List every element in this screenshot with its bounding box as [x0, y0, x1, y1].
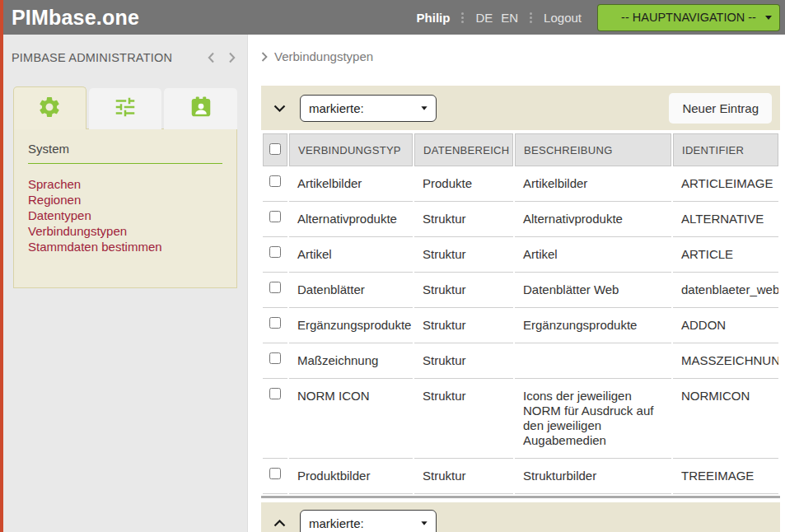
- cell-identifier: MASSZEICHNUNG: [673, 343, 778, 379]
- cell-verbindungstyp: Alternativprodukte: [289, 202, 413, 237]
- table-end-divider: [261, 496, 780, 498]
- page-edge-accent: [0, 0, 3, 532]
- cell-datenbereich: Struktur: [414, 202, 513, 237]
- toolbar-bottom: markierte:: [261, 502, 780, 532]
- bulk-action-value: markierte:: [309, 101, 364, 115]
- row-checkbox[interactable]: [269, 246, 281, 258]
- chevron-down-icon: [765, 16, 772, 20]
- language-en-link[interactable]: EN: [501, 11, 518, 25]
- cell-beschreibung: [515, 343, 671, 379]
- tab-users[interactable]: [164, 88, 237, 129]
- col-header-datenbereich: DATENBEREICH: [414, 133, 513, 166]
- bulk-action-value: markierte:: [309, 516, 364, 530]
- table-row: Produktbilder Struktur Strukturbilder TR…: [263, 459, 778, 494]
- sidebar-title: PIMBASE ADMINISTRATION: [12, 51, 172, 64]
- cell-verbindungstyp: Datenblätter: [289, 273, 413, 308]
- main-content: Verbindungstypen markierte: Neuer Eintra…: [248, 35, 785, 532]
- cell-beschreibung: Ergänzungsprodukte: [515, 308, 671, 343]
- cell-beschreibung: Artikel: [515, 237, 671, 273]
- main-navigation-label: -- HAUPTNAVIGATION --: [621, 11, 756, 24]
- cell-datenbereich: Struktur: [414, 237, 513, 273]
- cell-datenbereich: Struktur: [414, 379, 513, 459]
- cell-identifier: TREEIMAGE: [673, 459, 778, 494]
- table-row: NORM ICON Struktur Icons der jeweiligen …: [263, 379, 778, 459]
- cell-beschreibung: Datenblätter Web: [515, 273, 671, 308]
- row-checkbox[interactable]: [269, 388, 281, 399]
- system-panel: System Sprachen Regionen Datentypen Verb…: [13, 128, 237, 288]
- cell-beschreibung: Strukturbilder: [515, 459, 671, 494]
- table-row: Ergänzungsprodukte Struktur Ergänzungspr…: [263, 308, 778, 343]
- chevron-down-icon: [421, 106, 427, 110]
- sidebar-link-datentypen[interactable]: Datentypen: [28, 208, 222, 223]
- row-checkbox[interactable]: [269, 352, 281, 364]
- table-row: Maßzeichnung Struktur MASSZEICHNUNG: [263, 343, 778, 379]
- sidebar-link-verbindungstypen[interactable]: Verbindungstypen: [28, 223, 222, 239]
- cell-verbindungstyp: Ergänzungsprodukte: [289, 308, 413, 343]
- breadcrumb-chevron-icon: [261, 52, 268, 62]
- user-badge-icon: [189, 95, 213, 123]
- col-header-verbindungstyp: VERBINDUNGSTYP: [289, 133, 413, 166]
- panel-section-title: System: [28, 142, 222, 156]
- gear-icon: [37, 95, 62, 123]
- sidebar-link-sprachen[interactable]: Sprachen: [28, 176, 222, 192]
- col-header-beschreibung: BESCHREIBUNG: [515, 133, 671, 166]
- cell-identifier: ALTERNATIVE: [673, 202, 778, 237]
- toolbar-top: markierte: Neuer Eintrag: [261, 86, 780, 130]
- breadcrumb-current: Verbindungstypen: [274, 49, 373, 63]
- table-row: Datenblätter Struktur Datenblätter Web d…: [263, 273, 778, 308]
- cell-identifier: NORMICON: [673, 379, 778, 459]
- bulk-action-select[interactable]: markierte:: [300, 95, 437, 122]
- cell-verbindungstyp: Artikelbilder: [289, 166, 413, 202]
- verbindungstypen-table: VERBINDUNGSTYP DATENBEREICH BESCHREIBUNG…: [261, 133, 780, 494]
- tune-sliders-icon: [113, 95, 138, 123]
- cell-verbindungstyp: Produktbilder: [289, 459, 413, 494]
- cell-datenbereich: Produkte: [414, 166, 513, 202]
- dots-separator-icon: [529, 12, 533, 23]
- cell-identifier: ADDON: [673, 308, 778, 343]
- language-de-link[interactable]: DE: [475, 11, 493, 25]
- row-checkbox[interactable]: [269, 211, 281, 222]
- cell-datenbereich: Struktur: [414, 273, 513, 308]
- cell-verbindungstyp: Maßzeichnung: [289, 343, 413, 379]
- green-divider: [28, 163, 222, 164]
- logout-link[interactable]: Logout: [544, 11, 582, 25]
- chevron-down-icon: [421, 521, 427, 525]
- cell-datenbereich: Struktur: [414, 343, 513, 379]
- sidebar-link-regionen[interactable]: Regionen: [28, 192, 222, 208]
- app-logo: PIMbase.one: [12, 6, 139, 30]
- sidebar-link-stammdaten[interactable]: Stammdaten bestimmen: [28, 239, 222, 254]
- cell-beschreibung: Alternativprodukte: [515, 202, 671, 237]
- sidebar-next-icon[interactable]: [228, 52, 236, 63]
- breadcrumb: Verbindungstypen: [261, 49, 780, 63]
- cell-beschreibung: Icons der jeweiligen NORM für Ausdruck a…: [515, 379, 671, 459]
- table-row: Artikelbilder Produkte Artikelbilder ART…: [263, 166, 778, 202]
- cell-beschreibung: Artikelbilder: [515, 166, 671, 202]
- cell-verbindungstyp: NORM ICON: [289, 379, 413, 459]
- sidebar-prev-icon[interactable]: [208, 52, 215, 63]
- collapse-toolbar-icon[interactable]: [272, 103, 287, 114]
- cell-identifier: datenblaeter_web: [673, 273, 778, 308]
- cell-verbindungstyp: Artikel: [289, 237, 413, 273]
- tab-settings[interactable]: [13, 86, 86, 129]
- cell-identifier: ARTICLEIMAGE: [673, 166, 778, 202]
- cell-datenbereich: Struktur: [414, 308, 513, 343]
- bulk-action-select[interactable]: markierte:: [300, 510, 437, 532]
- table-row: Artikel Struktur Artikel ARTICLE: [263, 237, 778, 273]
- topbar: PIMbase.one Philip DE EN Logout -- HAUPT…: [0, 0, 785, 35]
- sidebar: PIMBASE ADMINISTRATION: [0, 35, 248, 532]
- main-navigation-select[interactable]: -- HAUPTNAVIGATION --: [597, 4, 780, 31]
- col-header-identifier: IDENTIFIER: [673, 133, 778, 166]
- select-all-checkbox[interactable]: [269, 143, 281, 155]
- cell-datenbereich: Struktur: [414, 459, 513, 494]
- dots-separator-icon: [460, 12, 465, 23]
- tab-configuration[interactable]: [89, 88, 162, 129]
- cell-identifier: ARTICLE: [673, 237, 778, 273]
- expand-toolbar-icon[interactable]: [272, 518, 287, 529]
- table-row: Alternativprodukte Struktur Alternativpr…: [263, 202, 778, 237]
- new-entry-button[interactable]: Neuer Eintrag: [669, 93, 772, 124]
- row-checkbox[interactable]: [269, 175, 281, 187]
- row-checkbox[interactable]: [269, 468, 281, 479]
- row-checkbox[interactable]: [269, 317, 281, 329]
- user-name: Philip: [417, 11, 451, 25]
- row-checkbox[interactable]: [269, 282, 281, 293]
